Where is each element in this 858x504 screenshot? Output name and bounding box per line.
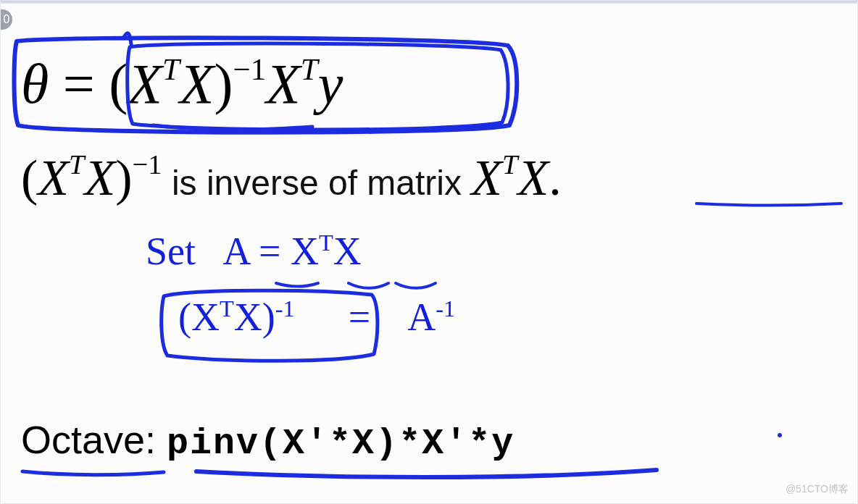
octave-code-line: Octave: pinv(X'*X)*X'*y: [21, 417, 515, 464]
expl-neg1: −1: [133, 149, 162, 180]
underline-A-hw: [276, 283, 318, 287]
handwritten-set-A: Set A = XTX: [146, 229, 362, 274]
equals-sign: =: [49, 52, 109, 115]
X-matrix-2: X: [180, 52, 214, 115]
expl-period: .: [549, 150, 562, 206]
y-vector: y: [318, 52, 343, 115]
hw-X2: X: [333, 230, 362, 273]
hw-inv-T: T: [220, 295, 234, 322]
underline-octave-label: [22, 471, 164, 475]
swoop-hw-1: [349, 283, 388, 288]
hw-inv-X2: X: [234, 295, 262, 339]
hw-set-word: Set: [146, 230, 196, 273]
hw-inv-rpar: ): [262, 295, 275, 339]
inverse-explanation-line: (XTX)−1 is inverse of matrix XTX.: [21, 149, 562, 207]
slide-viewport: 0 θ = (XTX)−1XTy (XTX)−1 is inverse of m…: [0, 0, 858, 504]
hw-inv-neg1b: -1: [436, 295, 455, 322]
X-matrix-3: X: [266, 52, 301, 115]
box-tail-mark: [124, 33, 131, 44]
expl-close-paren: ): [115, 150, 132, 206]
expl-text: is inverse of matrix: [162, 164, 472, 202]
stray-dot: [778, 433, 782, 437]
open-paren: (: [109, 52, 128, 115]
normal-equation-formula: θ = (XTX)−1XTy: [21, 51, 343, 117]
expl-X4: X: [518, 150, 549, 206]
underline-XTX-explain: [696, 203, 841, 205]
top-accent: [1, 1, 857, 4]
hw-inv-A: A: [407, 295, 436, 339]
inverse-exponent: −1: [233, 52, 266, 86]
expl-X3: X: [471, 150, 502, 206]
expl-X1: X: [38, 150, 69, 206]
hw-T: T: [319, 230, 333, 256]
handwritten-inverse-A: (XTX)-1 = A-1: [164, 290, 455, 344]
expl-T2: T: [502, 149, 517, 180]
close-paren: ): [214, 52, 233, 115]
theta-symbol: θ: [21, 52, 49, 115]
hw-inv-X1: X: [191, 295, 220, 339]
octave-code: pinv(X'*X)*X'*y: [167, 423, 515, 464]
X-matrix-1: X: [128, 52, 162, 115]
expl-X2: X: [85, 150, 116, 206]
hw-inv-lpar: (: [178, 295, 191, 339]
transpose-2: T: [301, 52, 318, 86]
expl-T1: T: [69, 149, 84, 180]
hw-inv-neg1: -1: [275, 295, 295, 322]
octave-label: Octave:: [21, 418, 167, 461]
watermark: @51CTO博客: [786, 483, 849, 496]
hw-A: A: [223, 230, 249, 273]
hw-eq: =: [249, 230, 291, 273]
underline-XTX-equation: [153, 125, 312, 130]
expl-open-paren: (: [21, 150, 38, 206]
hw-X1: X: [291, 230, 319, 273]
swoop-hw-2: [396, 283, 436, 288]
underline-octave-code: [196, 470, 657, 477]
transpose-1: T: [162, 52, 180, 86]
hw-inv-eq: =: [338, 295, 380, 339]
page-marker: 0: [1, 9, 12, 30]
